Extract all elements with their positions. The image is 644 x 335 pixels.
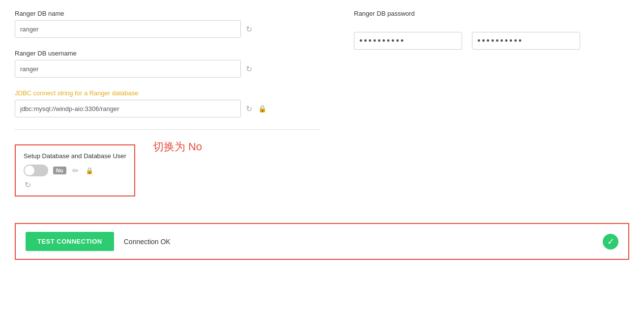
test-connection-wrapper: TEST CONNECTION Connection OK ✓	[15, 223, 629, 260]
db-username-group: Ranger DB username ↻	[15, 50, 320, 78]
confirm-password-input[interactable]	[472, 32, 580, 50]
password-input[interactable]	[354, 32, 462, 50]
db-name-input[interactable]	[15, 20, 241, 38]
lock-icon: 🔒	[86, 167, 93, 174]
setup-edit-button[interactable]: ✏	[71, 165, 80, 176]
db-name-label: Ranger DB name	[15, 10, 320, 17]
page: Ranger DB name ↻ Ranger DB username ↻	[0, 0, 644, 335]
divider	[15, 129, 320, 130]
db-name-group: Ranger DB name ↻	[15, 10, 320, 38]
left-column: Ranger DB name ↻ Ranger DB username ↻	[15, 10, 320, 208]
test-connection-section: TEST CONNECTION Connection OK ✓	[15, 223, 629, 260]
toggle-switch[interactable]	[24, 165, 48, 176]
lock-icon: 🔒	[258, 105, 266, 112]
connection-status: Connection OK	[124, 238, 171, 246]
setup-refresh-button[interactable]: ↻	[24, 179, 32, 191]
db-username-refresh-button[interactable]: ↻	[245, 63, 253, 75]
db-name-input-row: ↻	[15, 20, 320, 38]
toggle-row: No ✏ 🔒	[24, 165, 126, 176]
db-username-input[interactable]	[15, 60, 241, 78]
setup-db-section: Setup Database and Database User No ✏ 🔒	[15, 144, 135, 196]
jdbc-input-row: ↻ 🔒	[15, 100, 320, 117]
test-connection-button[interactable]: TEST CONNECTION	[26, 232, 114, 251]
jdbc-group: JDBC connect string for a Ranger databas…	[15, 89, 320, 117]
refresh-icon: ↻	[25, 180, 31, 190]
jdbc-refresh-button[interactable]: ↻	[245, 103, 253, 114]
jdbc-lock-button[interactable]: 🔒	[257, 104, 267, 113]
connection-ok-icon: ✓	[603, 234, 618, 250]
db-username-label: Ranger DB username	[15, 50, 320, 57]
edit-icon: ✏	[72, 166, 79, 175]
password-section: Ranger DB password	[354, 10, 605, 50]
jdbc-label: JDBC connect string for a Ranger databas…	[15, 89, 320, 97]
right-column: Ranger DB password	[339, 10, 605, 208]
checkmark-icon: ✓	[607, 236, 615, 247]
toggle-no-label: No	[53, 167, 66, 174]
password-field-2	[472, 32, 580, 50]
main-content: Ranger DB name ↻ Ranger DB username ↻	[15, 10, 629, 208]
password-field-1	[354, 32, 462, 50]
refresh-icon: ↻	[246, 25, 252, 34]
setup-lock-button[interactable]: 🔒	[85, 166, 94, 175]
annotation-text: 切换为 No	[153, 140, 202, 154]
db-username-input-row: ↻	[15, 60, 320, 78]
password-label: Ranger DB password	[354, 10, 605, 17]
jdbc-input[interactable]	[15, 100, 241, 117]
refresh-icon: ↻	[246, 104, 252, 113]
setup-with-annotation: Setup Database and Database User No ✏ 🔒	[15, 140, 320, 208]
password-row	[354, 32, 605, 50]
refresh-icon: ↻	[246, 64, 252, 74]
db-name-refresh-button[interactable]: ↻	[245, 24, 253, 35]
setup-db-label: Setup Database and Database User	[24, 152, 126, 160]
